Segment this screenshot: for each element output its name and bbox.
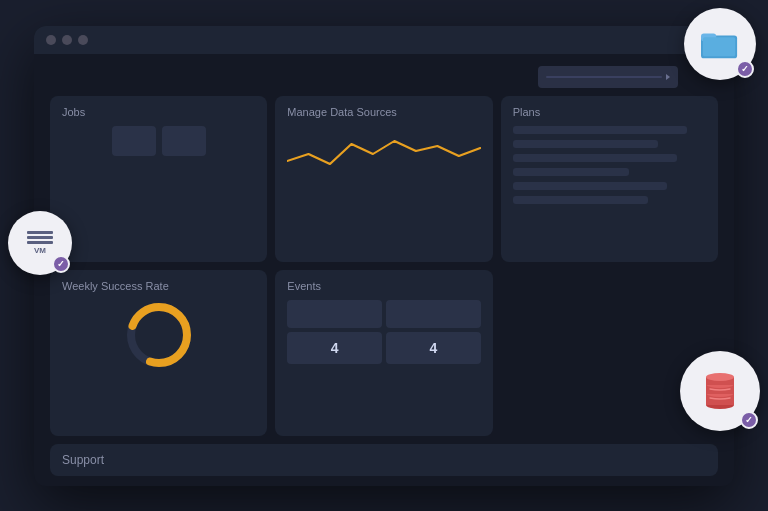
plan-line-4 xyxy=(513,168,629,176)
job-icons xyxy=(62,126,255,156)
dot-green xyxy=(78,35,88,45)
plan-line-1 xyxy=(513,126,687,134)
support-title: Support xyxy=(62,453,104,467)
plans-lines xyxy=(513,126,706,204)
event-box-2 xyxy=(386,300,481,328)
vm-floating-icon[interactable]: VM ✓ xyxy=(8,211,72,275)
manage-data-sources-title: Manage Data Sources xyxy=(287,106,480,118)
plan-line-2 xyxy=(513,140,658,148)
vm-label: VM xyxy=(34,246,46,255)
folder-svg-icon xyxy=(701,29,739,59)
line-chart-svg xyxy=(287,126,480,181)
donut-container xyxy=(62,300,255,370)
content-area: Jobs Manage Data Sources Plans xyxy=(34,54,734,486)
folder-floating-icon[interactable]: ✓ xyxy=(684,8,756,80)
plan-line-3 xyxy=(513,154,677,162)
jobs-title: Jobs xyxy=(62,106,255,118)
svg-point-9 xyxy=(706,373,734,381)
titlebar xyxy=(34,26,734,54)
vm-badge: ✓ xyxy=(52,255,70,273)
event-box-count-2: 4 xyxy=(386,332,481,364)
dot-red xyxy=(46,35,56,45)
plan-line-6 xyxy=(513,196,648,204)
svg-rect-2 xyxy=(703,37,735,56)
event-box-count-1: 4 xyxy=(287,332,382,364)
browser-window: ✓ VM ✓ xyxy=(34,26,734,486)
manage-data-sources-card[interactable]: Manage Data Sources xyxy=(275,96,492,262)
weekly-success-rate-title: Weekly Success Rate xyxy=(62,280,255,292)
events-card[interactable]: Events 4 4 xyxy=(275,270,492,436)
plans-card[interactable]: Plans xyxy=(501,96,718,262)
search-dropdown-icon xyxy=(666,74,670,80)
plan-line-5 xyxy=(513,182,668,190)
line-chart xyxy=(287,126,480,181)
database-floating-icon[interactable]: ✓ xyxy=(680,351,760,431)
job-icon-1 xyxy=(112,126,156,156)
support-card[interactable]: Support xyxy=(50,444,718,476)
database-svg-icon xyxy=(698,373,742,409)
weekly-success-rate-card[interactable]: Weekly Success Rate xyxy=(50,270,267,436)
donut-chart-svg xyxy=(124,300,194,370)
db-badge: ✓ xyxy=(740,411,758,429)
events-title: Events xyxy=(287,280,480,292)
folder-badge: ✓ xyxy=(736,60,754,78)
search-bar[interactable] xyxy=(538,66,678,88)
plans-title: Plans xyxy=(513,106,706,118)
vm-lines xyxy=(27,231,53,244)
event-box-1 xyxy=(287,300,382,328)
job-icon-2 xyxy=(162,126,206,156)
jobs-card[interactable]: Jobs xyxy=(50,96,267,262)
events-grid: 4 4 xyxy=(287,300,480,364)
top-bar xyxy=(50,66,718,88)
main-grid: Jobs Manage Data Sources Plans xyxy=(50,96,718,436)
dot-yellow xyxy=(62,35,72,45)
